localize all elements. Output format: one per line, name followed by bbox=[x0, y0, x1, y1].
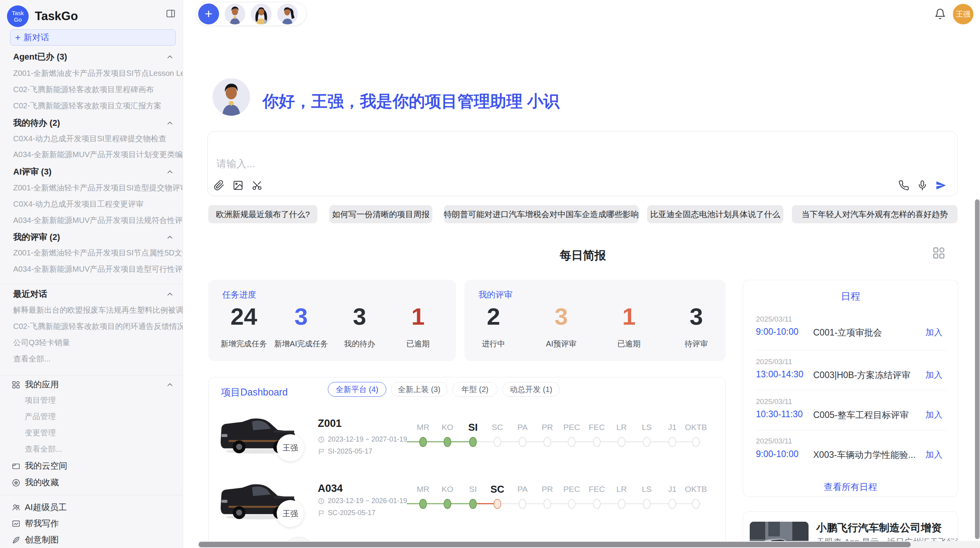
group-title-agent-done[interactable]: Agent已办 (3) bbox=[13, 51, 67, 62]
sidebar-item[interactable]: C02-飞腾新能源轻客改款项目里程碑画布 bbox=[13, 84, 183, 94]
notification-bell-icon[interactable] bbox=[934, 8, 946, 20]
agent-avatar[interactable] bbox=[251, 3, 272, 24]
agent-avatar[interactable] bbox=[224, 3, 245, 24]
microphone-icon[interactable] bbox=[917, 180, 928, 191]
milestone-dot[interactable] bbox=[593, 499, 601, 509]
chevron-up-icon[interactable] bbox=[166, 380, 174, 389]
chevron-up-icon[interactable] bbox=[166, 290, 174, 298]
tab-year-model[interactable]: 年型 (2) bbox=[452, 382, 497, 397]
sidebar-item-creative-draw[interactable]: 创意制图 bbox=[25, 534, 59, 545]
join-meeting-link[interactable]: 加入 bbox=[925, 449, 942, 461]
sidebar-item[interactable]: C02-飞腾新能源轻客改款项目立项汇报方案 bbox=[13, 101, 183, 111]
collapse-sidebar-icon[interactable] bbox=[166, 9, 176, 19]
app-item-project-mgmt[interactable]: 项目管理 bbox=[25, 395, 56, 405]
tab-new-platform[interactable]: 全新平台 (4) bbox=[328, 382, 386, 397]
milestone-dot[interactable] bbox=[692, 499, 700, 509]
attachment-paperclip-icon[interactable] bbox=[214, 180, 224, 191]
horizontal-scrollbar[interactable] bbox=[199, 541, 980, 548]
suggestion-chip[interactable]: 当下年轻人对汽车外观有怎样的喜好趋势 bbox=[792, 205, 958, 223]
sidebar-item-ai-staff[interactable]: AI超级员工 bbox=[25, 502, 67, 513]
sidebar-item[interactable]: A034-全新新能源MUV产品开发项目法规符合性评审 bbox=[13, 215, 183, 225]
milestone-dot[interactable] bbox=[593, 437, 601, 447]
suggestion-chip[interactable]: 如何写一份清晰的项目周报 bbox=[329, 205, 432, 223]
milestone-dot[interactable] bbox=[618, 437, 625, 447]
screenshot-scissors-icon[interactable] bbox=[252, 180, 262, 191]
recent-chat-item[interactable]: C02-飞腾新能源轻客改款项目的闭环通告反馈情况 bbox=[13, 321, 183, 331]
milestone-dot-done[interactable] bbox=[419, 437, 427, 447]
tab-powertrain[interactable]: 动总开发 (1) bbox=[502, 382, 560, 397]
schedule-name[interactable]: C001-立项审批会 bbox=[813, 327, 882, 339]
image-upload-icon[interactable] bbox=[233, 180, 243, 191]
project-code[interactable]: Z001 bbox=[318, 418, 342, 430]
sidebar-item-my-apps[interactable]: 我的应用 bbox=[25, 379, 59, 390]
group-title-recent-chats[interactable]: 最近对话 bbox=[13, 289, 47, 300]
milestone-dot[interactable] bbox=[643, 437, 651, 447]
sidebar-item-favorites[interactable]: 我的收藏 bbox=[25, 477, 59, 488]
suggestion-chip[interactable]: 比亚迪全固态电池计划具体说了什么 bbox=[647, 205, 783, 223]
join-meeting-link[interactable]: 加入 bbox=[925, 369, 942, 381]
app-item-change-mgmt[interactable]: 变更管理 bbox=[25, 428, 56, 438]
suggestion-chip[interactable]: 欧洲新规最近颁布了什么? bbox=[208, 205, 317, 223]
sidebar-item[interactable]: C0X4-动力总成开发项目SI里程碑提交物检查 bbox=[13, 134, 183, 144]
phone-call-icon[interactable] bbox=[898, 180, 909, 191]
horizontal-scrollbar-thumb[interactable] bbox=[199, 542, 911, 547]
recent-chat-view-all[interactable]: 查看全部... bbox=[13, 354, 183, 364]
app-item-product-mgmt[interactable]: 产品管理 bbox=[25, 411, 56, 421]
sidebar-item[interactable]: A034-全新新能源MUV产品开发项目造型可行性评审 bbox=[13, 264, 183, 274]
send-icon[interactable] bbox=[935, 180, 946, 191]
sidebar-item[interactable]: Z001-全新燃油皮卡产品开发项目SI节点Lesson Learn报告 bbox=[13, 68, 183, 78]
schedule-name[interactable]: X003-车辆动力学性能验... bbox=[813, 449, 916, 461]
news-title[interactable]: 小鹏飞行汽车制造公司增资 bbox=[816, 521, 942, 535]
schedule-name[interactable]: C005-整车工程目标评审 bbox=[813, 409, 909, 421]
milestone-dot[interactable] bbox=[643, 499, 651, 509]
vertical-scrollbar-thumb[interactable] bbox=[975, 199, 980, 539]
chevron-up-icon[interactable] bbox=[166, 53, 174, 61]
group-title-ai-review[interactable]: AI评审 (3) bbox=[13, 166, 51, 177]
milestone-dot-done[interactable] bbox=[444, 499, 451, 509]
card-title: 任务进度 bbox=[222, 289, 256, 301]
new-chat-button[interactable]: + 新对话 bbox=[10, 29, 176, 46]
sidebar-item[interactable]: C0X4-动力总成开发项目工程变更评审 bbox=[13, 199, 183, 209]
recent-chat-item[interactable]: 公司Q3轻卡销量 bbox=[13, 337, 183, 348]
schedule-name[interactable]: C003|H0B-方案冻结评审 bbox=[813, 369, 910, 381]
group-title-my-review[interactable]: 我的评审 (2) bbox=[13, 232, 60, 243]
chevron-up-icon[interactable] bbox=[166, 233, 174, 241]
add-agent-button[interactable]: + bbox=[198, 3, 219, 24]
milestone-dot[interactable] bbox=[668, 499, 676, 509]
milestone-dot-done[interactable] bbox=[469, 437, 477, 447]
chevron-up-icon[interactable] bbox=[166, 119, 174, 127]
milestone-dot[interactable] bbox=[543, 437, 551, 447]
group-title-my-todo[interactable]: 我的待办 (2) bbox=[13, 118, 60, 128]
project-code[interactable]: A034 bbox=[318, 483, 343, 495]
suggestion-chip[interactable]: 特朗普可能对进口汽车增税会对中国车企造成哪些影响 bbox=[444, 205, 639, 223]
chat-input[interactable]: 请输入... bbox=[207, 131, 958, 196]
milestone-dot[interactable] bbox=[668, 437, 676, 447]
milestone-dot[interactable] bbox=[568, 437, 576, 447]
sidebar-item[interactable]: Z001-全新燃油轻卡产品开发项目SI造型提交物评审 bbox=[13, 183, 183, 193]
milestone-dot[interactable] bbox=[493, 437, 501, 447]
sidebar-item-help-write[interactable]: 帮我写作 bbox=[25, 518, 59, 529]
sidebar-item[interactable]: Z001-全新燃油轻卡产品开发项目SI节点属性5D文件评审 bbox=[13, 248, 183, 258]
milestone-dot[interactable] bbox=[543, 499, 551, 509]
app-item-view-all[interactable]: 查看全部... bbox=[25, 444, 62, 454]
tab-new-body[interactable]: 全新上装 (3) bbox=[391, 382, 447, 397]
milestone-dot-done[interactable] bbox=[419, 499, 427, 509]
join-meeting-link[interactable]: 加入 bbox=[925, 409, 942, 421]
milestone-dot[interactable] bbox=[692, 437, 700, 447]
milestone-dot[interactable] bbox=[568, 499, 576, 509]
join-meeting-link[interactable]: 加入 bbox=[925, 327, 942, 338]
milestone-dot-overdue[interactable] bbox=[493, 499, 501, 509]
user-avatar[interactable]: 王强 bbox=[953, 4, 973, 24]
recent-chat-item[interactable]: 解释最新出台的欧盟报废车法规再生塑料比例被调至15%... bbox=[13, 305, 183, 315]
sidebar-item-cloud-space[interactable]: 我的云空间 bbox=[25, 461, 67, 471]
milestone-dot-done[interactable] bbox=[444, 437, 451, 447]
milestone-dot[interactable] bbox=[519, 437, 526, 447]
milestone-dot-done[interactable] bbox=[469, 499, 477, 509]
milestone-dot[interactable] bbox=[618, 499, 625, 509]
sidebar-item[interactable]: A034-全新新能源MUV产品开发项目计划变更类编写 bbox=[13, 149, 183, 159]
milestone-dot[interactable] bbox=[519, 499, 526, 509]
agent-avatar[interactable] bbox=[277, 3, 298, 24]
view-all-schedule-link[interactable]: 查看所有日程 bbox=[743, 481, 958, 493]
layout-grid-icon[interactable] bbox=[932, 246, 946, 260]
chevron-up-icon[interactable] bbox=[166, 168, 174, 176]
